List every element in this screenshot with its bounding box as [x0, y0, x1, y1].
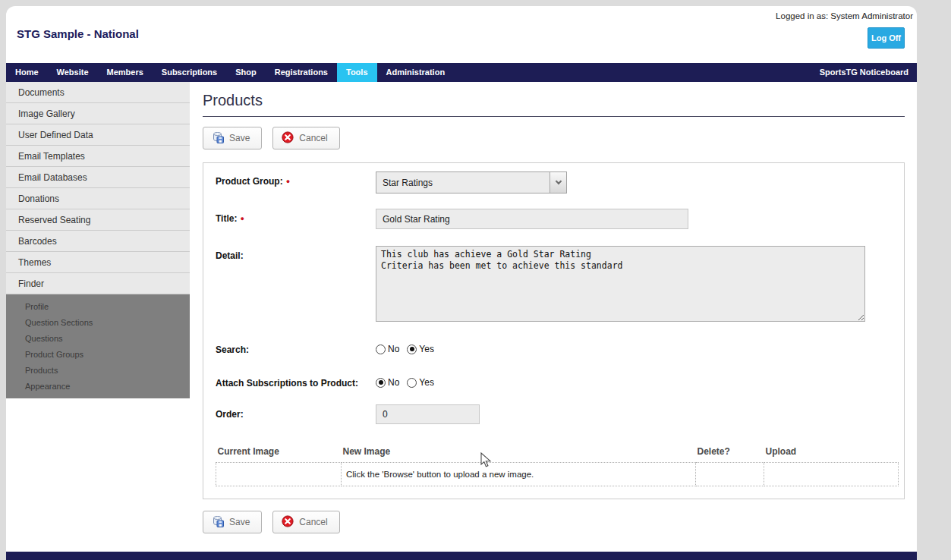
- attach-radio-yes[interactable]: [407, 378, 417, 388]
- sidebar-item-barcodes[interactable]: Barcodes: [6, 231, 190, 252]
- cell-upload: [764, 463, 899, 486]
- sidebar-item-themes[interactable]: Themes: [6, 252, 190, 273]
- detail-label: Detail:: [216, 246, 376, 261]
- form-row-product-group: Product Group:● Star Ratings: [216, 171, 896, 193]
- page-title: Products: [203, 92, 905, 117]
- upload-hint-text: Click the 'Browse' button to upload a ne…: [346, 470, 534, 479]
- cancel-button-top[interactable]: Cancel: [272, 127, 339, 149]
- finder-subitem-questions[interactable]: Questions: [6, 331, 190, 347]
- save-icon: [212, 515, 224, 530]
- col-delete: Delete?: [696, 444, 764, 463]
- cancel-icon: [282, 131, 294, 146]
- order-input[interactable]: [376, 404, 480, 424]
- finder-subitem-products[interactable]: Products: [6, 363, 190, 379]
- finder-subitem-question-sections[interactable]: Question Sections: [6, 315, 190, 331]
- attach-radio-no[interactable]: [376, 378, 386, 388]
- col-upload: Upload: [764, 444, 899, 463]
- main-content: Products Save: [190, 82, 917, 533]
- nav-administration[interactable]: Administration: [377, 63, 455, 82]
- chevron-down-icon: [550, 172, 566, 193]
- nav-members[interactable]: Members: [98, 63, 153, 82]
- sidebar-item-user-defined-data[interactable]: User Defined Data: [6, 124, 190, 146]
- logged-in-text: Logged in as: System Administrator: [776, 11, 913, 20]
- form-row-order: Order:: [216, 404, 896, 424]
- image-upload-table: Current Image New Image Delete? Upload C…: [216, 444, 899, 486]
- sidebar-item-finder[interactable]: Finder: [6, 273, 190, 294]
- toolbar-bottom: Save Cancel: [203, 511, 905, 533]
- save-button-top[interactable]: Save: [203, 127, 262, 149]
- nav-shop[interactable]: Shop: [226, 63, 266, 82]
- search-label: Search:: [216, 340, 376, 355]
- col-new-image: New Image: [342, 444, 696, 463]
- attach-subscriptions-label: Attach Subscriptions to Product:: [216, 373, 376, 389]
- save-icon: [212, 131, 224, 146]
- noticeboard-link[interactable]: SportsTG Noticeboard: [820, 63, 917, 82]
- save-button-bottom[interactable]: Save: [203, 511, 262, 533]
- cell-current-image: [216, 463, 342, 486]
- cancel-icon: [282, 515, 294, 530]
- nav-registrations[interactable]: Registrations: [266, 63, 337, 82]
- detail-textarea[interactable]: This club has achieve a Gold Star Rating…: [376, 246, 865, 322]
- product-group-label: Product Group:●: [216, 171, 376, 187]
- search-radio-group: No Yes: [376, 340, 442, 354]
- required-marker-icon: ●: [286, 178, 290, 185]
- cell-delete: [696, 463, 764, 486]
- attach-radio-no-label: No: [388, 377, 399, 388]
- image-table-header-row: Current Image New Image Delete? Upload: [216, 444, 899, 463]
- sidebar-item-email-databases[interactable]: Email Databases: [6, 167, 190, 188]
- sidebar-item-reserved-seating[interactable]: Reserved Seating: [6, 209, 190, 231]
- nav-website[interactable]: Website: [48, 63, 98, 82]
- top-header: STG Sample - National Logged in as: Syst…: [6, 6, 917, 63]
- search-radio-yes-label: Yes: [419, 344, 434, 354]
- log-off-button[interactable]: Log Off: [868, 27, 905, 49]
- finder-subitem-appearance[interactable]: Appearance: [6, 379, 190, 395]
- attach-radio-yes-label: Yes: [419, 377, 434, 388]
- form-row-attach-subscriptions: Attach Subscriptions to Product: No Yes: [216, 373, 896, 389]
- col-current-image: Current Image: [216, 444, 342, 463]
- main-navbar: Home Website Members Subscriptions Shop …: [6, 63, 917, 82]
- nav-tools[interactable]: Tools: [337, 63, 377, 82]
- sidebar: Documents Image Gallery User Defined Dat…: [6, 82, 190, 398]
- finder-subitem-product-groups[interactable]: Product Groups: [6, 347, 190, 363]
- sidebar-item-documents[interactable]: Documents: [6, 82, 190, 103]
- cell-new-image: Click the 'Browse' button to upload a ne…: [342, 463, 696, 486]
- form-row-title: Title:●: [216, 209, 896, 229]
- product-form-panel: Product Group:● Star Ratings Title:●: [203, 162, 905, 499]
- sidebar-item-image-gallery[interactable]: Image Gallery: [6, 103, 190, 124]
- form-row-detail: Detail: This club has achieve a Gold Sta…: [216, 246, 896, 322]
- nav-home[interactable]: Home: [6, 63, 48, 82]
- toolbar-top: Save Cancel: [203, 127, 905, 149]
- image-table-row: Click the 'Browse' button to upload a ne…: [216, 463, 899, 486]
- search-radio-yes[interactable]: [407, 344, 417, 354]
- attach-radio-group: No Yes: [376, 373, 442, 388]
- footer-bar: [6, 552, 917, 560]
- title-label: Title:●: [216, 209, 376, 224]
- search-radio-no[interactable]: [376, 344, 386, 354]
- cancel-button-bottom[interactable]: Cancel: [272, 511, 339, 533]
- sidebar-item-email-templates[interactable]: Email Templates: [6, 146, 190, 167]
- app-window: STG Sample - National Logged in as: Syst…: [6, 6, 917, 560]
- order-label: Order:: [216, 404, 376, 420]
- product-group-select[interactable]: Star Ratings: [376, 171, 567, 193]
- site-title: STG Sample - National: [17, 27, 139, 40]
- search-radio-no-label: No: [388, 344, 399, 354]
- finder-subitem-profile[interactable]: Profile: [6, 299, 190, 315]
- nav-subscriptions[interactable]: Subscriptions: [153, 63, 226, 82]
- required-marker-icon: ●: [240, 215, 244, 222]
- title-input[interactable]: [376, 209, 688, 229]
- finder-subnav: Profile Question Sections Questions Prod…: [6, 294, 190, 398]
- product-group-selected-value: Star Ratings: [376, 178, 550, 188]
- sidebar-item-donations[interactable]: Donations: [6, 188, 190, 209]
- form-row-search: Search: No Yes: [216, 340, 896, 355]
